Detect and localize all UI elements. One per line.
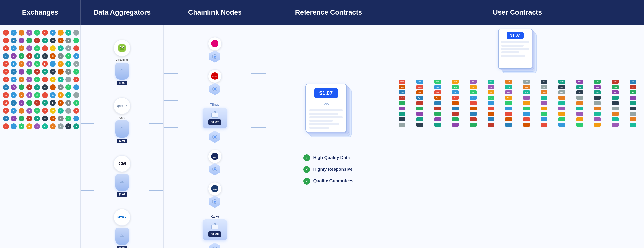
linkpool-hex bbox=[210, 163, 220, 175]
exchange-icon-55: ▷ bbox=[42, 69, 48, 75]
check-icon-1: ✓ bbox=[303, 154, 310, 161]
exchange-icon-69: ⊿ bbox=[73, 77, 79, 82]
user-icon-105 bbox=[523, 117, 530, 121]
user-icon-78 bbox=[540, 107, 548, 111]
exchange-icon-58: ⊕ bbox=[66, 69, 71, 75]
ref-price-label: $1.07 bbox=[314, 88, 338, 98]
exchange-icon-6: C bbox=[50, 30, 56, 36]
header: Exchanges Data Aggregators Chainlink Nod… bbox=[0, 0, 644, 25]
user-icon-84 bbox=[398, 112, 406, 116]
user-icon-61 bbox=[488, 101, 494, 105]
user-icon-79 bbox=[558, 107, 565, 111]
exchange-icon-9: ⬡ bbox=[73, 30, 79, 36]
exchange-icon-72: C bbox=[18, 84, 24, 90]
user-icon-grid: CompSyntAavedYdXUnisNexuSetLoopbZxAuguMa… bbox=[394, 80, 641, 126]
user-icon-31: Elk bbox=[452, 91, 459, 94]
exchange-icon-76: ☰ bbox=[50, 84, 56, 90]
exchange-icon-100: G bbox=[3, 108, 9, 114]
user-icon-53 bbox=[594, 96, 601, 100]
ncfx-text: NCFX bbox=[117, 215, 126, 219]
exchange-icon-8: ◈ bbox=[66, 30, 71, 36]
user-icon-83 bbox=[630, 107, 636, 111]
user-icon-2: Aave bbox=[434, 80, 441, 84]
gsr-flask bbox=[115, 121, 129, 137]
user-icon-85 bbox=[416, 112, 423, 116]
exchange-icon-43: Ξ bbox=[26, 61, 32, 67]
exchange-icon-121: C bbox=[11, 124, 16, 129]
exchange-icon-grid: XK◻⊕SGCB◈⬡●◆⊙↗C⬡◉⊛⬟☰KTb◁⊞✦S⊚▣⬡ZA◈↯⌬⊘⬡W◤⊿… bbox=[3, 30, 77, 129]
user-icon-113 bbox=[416, 123, 423, 126]
coingecko-price: $1.06 bbox=[116, 81, 127, 85]
gsr-logo: ◉GSR bbox=[114, 97, 130, 114]
aggregator-gsr: ◉GSR GSR $1.08 bbox=[114, 97, 130, 143]
user-icon-33: Ergo bbox=[488, 91, 494, 94]
user-icon-9: Augu bbox=[558, 80, 565, 84]
user-icon-25: BenO bbox=[594, 85, 601, 89]
user-icon-92 bbox=[540, 112, 548, 116]
user-icon-104 bbox=[505, 117, 512, 121]
feature-responsive: ✓ Highly Responsive bbox=[303, 166, 354, 173]
user-icon-21: Chai bbox=[523, 85, 530, 89]
user-icon-17: Nexo bbox=[452, 85, 459, 89]
exchange-icon-56: ⊙ bbox=[50, 69, 56, 75]
user-icon-68 bbox=[612, 101, 618, 105]
header-user: User Contracts bbox=[391, 0, 644, 25]
exchange-icon-36: ⬡ bbox=[50, 53, 56, 59]
node-tmobile: T bbox=[208, 37, 222, 63]
svg-point-14 bbox=[123, 47, 124, 48]
user-icon-122 bbox=[576, 123, 583, 126]
exchange-icon-74: ● bbox=[34, 84, 40, 90]
tmobile-logo: T bbox=[208, 37, 222, 50]
user-stacked-area: $1.07 bbox=[394, 28, 641, 75]
user-icon-42: Hund bbox=[398, 96, 406, 100]
exchange-icon-18: ⬟ bbox=[66, 38, 71, 43]
coingecko-logo bbox=[114, 39, 130, 57]
kaiko-price: $1.08 bbox=[208, 232, 222, 237]
ref-code-icon: </> bbox=[323, 101, 329, 107]
user-icon-10: Make bbox=[576, 80, 583, 84]
user-icon-120 bbox=[540, 123, 548, 126]
user-icon-101 bbox=[452, 117, 459, 121]
user-icon-47: Keep bbox=[488, 96, 494, 100]
exchange-icon-115: ◱ bbox=[42, 116, 48, 122]
user-icon-88 bbox=[470, 112, 476, 116]
user-icon-59 bbox=[452, 101, 459, 105]
exchange-icon-42: ⊕ bbox=[18, 61, 24, 67]
exchange-icon-86: ◉ bbox=[50, 92, 56, 98]
svg-point-41 bbox=[214, 168, 216, 170]
user-icon-123 bbox=[594, 123, 601, 126]
user-icon-39: Gyro bbox=[594, 91, 601, 94]
user-icon-14: Bala bbox=[398, 85, 406, 89]
tiingo-hex bbox=[210, 131, 220, 143]
user-code-line-4 bbox=[501, 51, 519, 53]
user-icon-18: Truf bbox=[470, 85, 476, 89]
exchange-icon-87: ⊛ bbox=[58, 92, 64, 98]
code-line-4 bbox=[309, 120, 333, 122]
user-icon-43: Hype bbox=[416, 96, 423, 100]
linkpool-logo: Link bbox=[208, 150, 222, 163]
exchange-icon-51: ◇ bbox=[11, 69, 16, 75]
exchange-icon-49: W bbox=[73, 61, 79, 67]
user-icon-54 bbox=[612, 96, 618, 100]
user-icon-125 bbox=[630, 123, 636, 126]
exchange-icon-46: ≡ bbox=[50, 61, 56, 67]
exchange-icon-106: ◈ bbox=[50, 108, 56, 114]
user-icon-96 bbox=[612, 112, 618, 116]
tiingo-agg-box: $1.07 bbox=[202, 108, 227, 128]
exchange-icon-89: P bbox=[73, 92, 79, 98]
tiingo-price: $1.07 bbox=[208, 120, 222, 125]
exchange-icon-109: ⊕ bbox=[73, 108, 79, 114]
feature-guarantees: ✓ Quality Guarantees bbox=[303, 178, 354, 185]
user-icon-29: DeFi bbox=[416, 91, 423, 94]
code-line-1 bbox=[309, 110, 343, 112]
user-icon-22: Idle bbox=[540, 85, 548, 89]
user-icon-95 bbox=[594, 112, 601, 116]
user-icon-34: Ease bbox=[505, 91, 512, 94]
user-icon-0: Comp bbox=[398, 80, 406, 84]
exchange-icon-48: ◈ bbox=[66, 61, 71, 67]
svg-point-32 bbox=[214, 56, 216, 58]
feature-high-quality: ✓ High Quality Data bbox=[303, 154, 354, 161]
exchange-icon-17: ⊛ bbox=[58, 38, 64, 43]
exchange-icon-111: ⊙ bbox=[11, 116, 16, 122]
exchange-icon-50: ⊡ bbox=[3, 69, 9, 75]
